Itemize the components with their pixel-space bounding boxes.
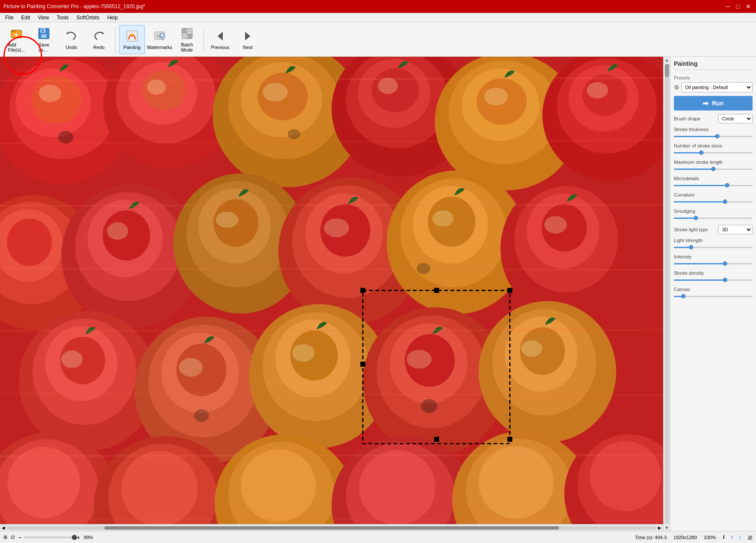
zoom-track[interactable] [23, 537, 75, 538]
stroke-density-slider[interactable] [674, 276, 753, 283]
tool-save-as[interactable]: Saveas... [31, 25, 57, 54]
tool-painting[interactable]: Painting [119, 25, 145, 54]
menu-help[interactable]: Help [104, 14, 121, 21]
menu-edit[interactable]: Edit [18, 14, 34, 21]
zoom-plus-button[interactable]: + [77, 534, 80, 541]
stroke-sizes-fill [674, 152, 701, 153]
redo-icon [92, 29, 106, 43]
svg-point-97 [241, 449, 316, 522]
smudging-fill [674, 218, 696, 219]
zoom-minus-button[interactable]: − [18, 534, 22, 541]
stroke-thickness-slider[interactable] [674, 133, 753, 140]
canvas-slider[interactable] [674, 293, 753, 300]
zoom-thumb[interactable] [72, 535, 77, 540]
scroll-left-button[interactable]: ◀ [2, 525, 5, 530]
scrollbar-thumb-h[interactable] [104, 526, 559, 530]
microdetails-slider[interactable] [674, 182, 753, 189]
intensity-slider[interactable] [674, 260, 753, 267]
light-strength-thumb[interactable] [689, 245, 693, 249]
main-layout: ◀ ▶ ▲ ▼ Painting Presets ⚙ Oil painting … [0, 57, 756, 531]
menu-view[interactable]: View [34, 14, 52, 21]
brush-shape-label: Brush shape [674, 116, 701, 121]
param-stroke-sizes: Number of stroke sizes [674, 143, 753, 156]
param-intensity: Intensity [674, 254, 753, 267]
scroll-up-button[interactable]: ▲ [665, 58, 669, 62]
minimize-button[interactable]: ─ [723, 2, 732, 11]
zoom-100-button[interactable]: 100% [704, 535, 716, 540]
svg-point-126 [61, 350, 83, 368]
stroke-density-fill [674, 279, 725, 281]
stroke-sizes-thumb[interactable] [699, 150, 704, 155]
run-button[interactable]: ➡ Run [674, 96, 753, 110]
svg-point-134 [421, 399, 437, 413]
tool-batch-mode[interactable]: BatchMode [174, 25, 200, 54]
menu-file[interactable]: File [2, 14, 17, 21]
param-smudging: Smudging [674, 209, 753, 221]
svg-point-122 [216, 212, 238, 228]
canvas-thumb[interactable] [681, 294, 685, 298]
dimensions-label: 1920x1280 [673, 535, 697, 540]
twitter-icon[interactable]: t [740, 535, 741, 540]
tool-watermarks[interactable]: W Watermarks [147, 25, 172, 54]
tool-next[interactable]: Next [235, 25, 261, 54]
intensity-label: Intensity [674, 254, 753, 259]
curvature-slider[interactable] [674, 198, 753, 205]
stroke-density-track [674, 279, 753, 281]
apple-painting-svg [0, 57, 663, 524]
svg-point-119 [484, 88, 508, 105]
vscroll-thumb[interactable] [665, 64, 669, 77]
stroke-thickness-track [674, 136, 753, 137]
svg-point-117 [263, 83, 288, 102]
watermarks-icon: W [153, 29, 166, 43]
stroke-density-thumb[interactable] [723, 278, 727, 282]
stroke-sizes-slider[interactable] [674, 149, 753, 156]
svg-point-48 [7, 218, 52, 266]
intensity-thumb[interactable] [723, 261, 727, 266]
tool-add-files[interactable]: AddFile(s)... [3, 25, 29, 54]
svg-line-111 [0, 330, 663, 331]
tool-redo[interactable]: Redo [86, 25, 112, 54]
stroke-light-select[interactable]: 3D 2D None [718, 225, 753, 234]
svg-marker-19 [245, 32, 250, 40]
smudging-slider[interactable] [674, 215, 753, 221]
info-icon[interactable]: ℹ [723, 534, 725, 540]
tool-undo[interactable]: Undo [58, 25, 84, 54]
save-as-icon [37, 27, 51, 40]
svg-point-124 [432, 210, 453, 227]
presets-select[interactable]: Oil painting - Default Oil painting - Li… [681, 82, 753, 92]
curvature-thumb[interactable] [723, 199, 727, 204]
svg-rect-7 [42, 29, 43, 32]
scroll-right-button[interactable]: ▶ [658, 525, 661, 530]
canvas-scrollbar-horizontal: ◀ ▶ [0, 524, 663, 531]
stroke-thickness-thumb[interactable] [715, 134, 719, 138]
param-canvas: Canvas [674, 287, 753, 300]
maximize-button[interactable]: □ [734, 2, 742, 11]
max-stroke-length-slider[interactable] [674, 166, 753, 172]
scroll-down-button[interactable]: ▼ [665, 525, 669, 530]
undo-label: Undo [66, 45, 77, 50]
share-icon[interactable]: @ [748, 535, 753, 540]
max-stroke-length-thumb[interactable] [711, 167, 716, 171]
stroke-density-label: Stroke density [674, 270, 753, 276]
previous-icon [213, 29, 227, 43]
menu-tools[interactable]: Tools [53, 14, 72, 21]
microdetails-thumb[interactable] [725, 183, 729, 187]
facebook-icon[interactable]: f [731, 535, 733, 540]
svg-point-135 [194, 409, 209, 422]
status-bar-left: ⊞ ⊡ − + 99% [3, 534, 93, 541]
tool-previous[interactable]: Previous [207, 25, 233, 54]
smudging-thumb[interactable] [694, 216, 698, 220]
menu-softorbits[interactable]: SoftOrbits [73, 14, 103, 21]
toolbar: AddFile(s)... Saveas... Undo [0, 22, 756, 57]
selection-handle-br [507, 437, 513, 442]
svg-point-106 [590, 441, 661, 511]
brush-shape-select[interactable]: Circle Square Ellipse [718, 114, 753, 123]
close-button[interactable]: ✕ [744, 2, 753, 11]
light-strength-slider[interactable] [674, 244, 753, 251]
presets-label: Presets [674, 75, 753, 80]
microdetails-fill [674, 185, 727, 186]
presets-icon[interactable]: ⚙ [674, 84, 679, 91]
scrollbar-track-h[interactable] [7, 526, 656, 530]
watermarks-label: Watermarks [147, 45, 172, 50]
vscroll-track[interactable] [665, 64, 669, 524]
